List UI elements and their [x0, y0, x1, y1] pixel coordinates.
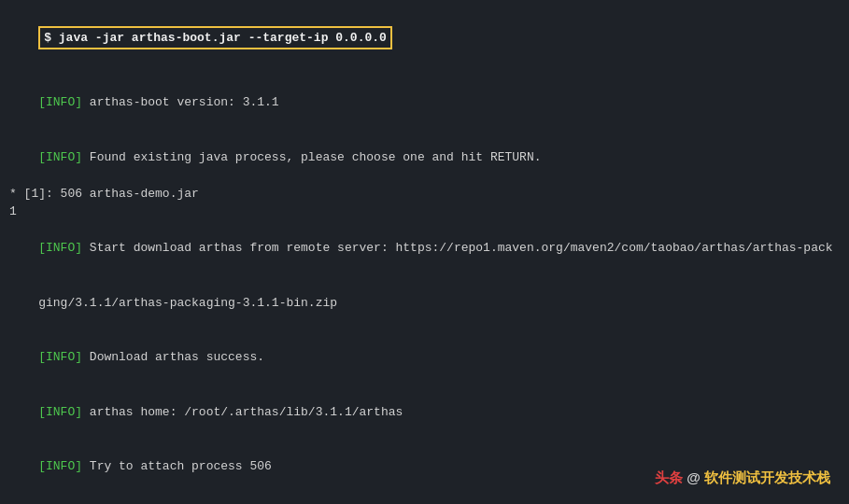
watermark-at: @: [686, 469, 700, 485]
info-line-2: [INFO] Found existing java process, plea…: [9, 130, 840, 185]
info-line-1: [INFO] arthas-boot version: 3.1.1: [9, 76, 840, 131]
watermark-name: 软件测试开发技术栈: [704, 469, 830, 485]
info-line-3b: ging/3.1.1/arthas-packaging-3.1.1-bin.zi…: [9, 275, 840, 330]
process-line: * [1]: 506 arthas-demo.jar: [9, 185, 840, 203]
terminal: $ java -jar arthas-boot.jar --target-ip …: [0, 0, 849, 504]
info-line-3: [INFO] Start download arthas from remote…: [9, 221, 840, 276]
watermark-logo: 头条: [655, 469, 683, 485]
selection-line: 1: [9, 203, 840, 221]
info-line-7: [INFO] Attach process 506 success.: [9, 494, 840, 504]
command-line[interactable]: $ java -jar arthas-boot.jar --target-ip …: [38, 26, 392, 50]
info-line-4: [INFO] Download arthas success.: [9, 330, 840, 385]
watermark: 头条 @ 软件测试开发技术栈: [655, 469, 830, 487]
info-line-5: [INFO] arthas home: /root/.arthas/lib/3.…: [9, 385, 840, 440]
